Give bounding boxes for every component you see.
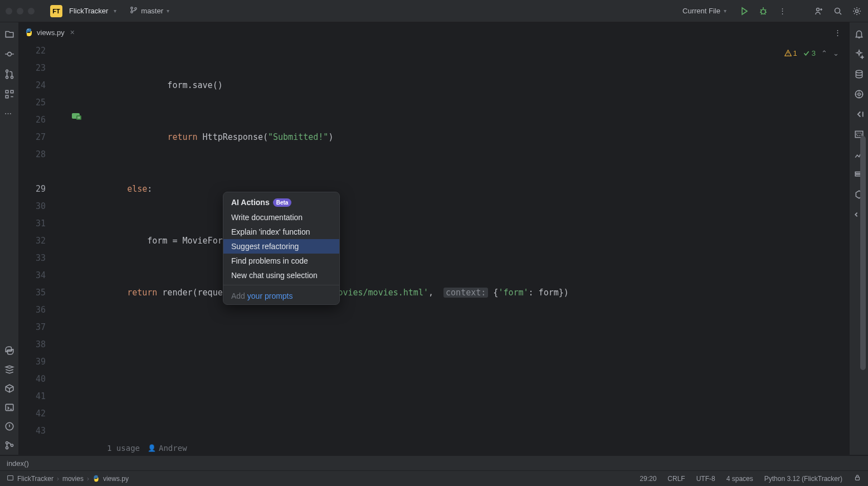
titlebar: FT FlickTracker ▾ master ▾ Current File … bbox=[0, 0, 868, 22]
svg-point-10 bbox=[11, 76, 13, 79]
svg-rect-13 bbox=[6, 95, 8, 98]
crumb-folder[interactable]: movies bbox=[62, 475, 84, 483]
branch-icon bbox=[130, 6, 138, 16]
pull-requests-icon[interactable] bbox=[4, 69, 14, 79]
ai-actions-popup: AI Actions Beta Write documentation Expl… bbox=[223, 192, 340, 305]
crumb-file[interactable]: views.py bbox=[103, 475, 129, 483]
user-icon: 👤 bbox=[148, 440, 156, 455]
svg-rect-11 bbox=[6, 90, 8, 93]
svg-point-0 bbox=[131, 7, 133, 9]
python-file-icon bbox=[25, 28, 33, 37]
ai-action-find-problems[interactable]: Find problems in code bbox=[223, 254, 339, 268]
project-name: FlickTracker bbox=[69, 7, 108, 15]
close-window[interactable] bbox=[6, 8, 12, 14]
search-icon[interactable] bbox=[832, 6, 843, 17]
ai-action-suggest-refactoring[interactable]: Suggest refactoring bbox=[223, 239, 339, 254]
code-with-me-icon[interactable] bbox=[813, 6, 825, 17]
svg-point-17 bbox=[6, 446, 8, 449]
readonly-lock-icon[interactable] bbox=[854, 474, 861, 483]
svg-rect-14 bbox=[6, 404, 13, 410]
crumb-separator: › bbox=[57, 475, 59, 483]
ai-action-write-docs[interactable]: Write documentation bbox=[223, 210, 339, 225]
svg-point-9 bbox=[6, 76, 8, 79]
run-config-label: Current File bbox=[682, 7, 720, 15]
status-bar: FlickTracker › movies › views.py 29:20 C… bbox=[0, 470, 868, 486]
tab-filename: views.py bbox=[37, 28, 65, 37]
vcs-branch-selector[interactable]: master ▾ bbox=[125, 4, 174, 18]
debug-button[interactable] bbox=[758, 6, 769, 17]
services-icon[interactable] bbox=[4, 365, 14, 375]
notifications-icon[interactable] bbox=[854, 29, 864, 39]
settings-icon[interactable] bbox=[851, 6, 862, 17]
bookmark-icon[interactable] bbox=[71, 111, 82, 120]
crumb-project[interactable]: FlickTracker bbox=[17, 475, 53, 483]
chevron-down-icon: ▾ bbox=[167, 8, 169, 14]
editor-scrollbar[interactable] bbox=[860, 42, 866, 455]
project-badge: FT bbox=[50, 5, 62, 17]
more-actions-button[interactable]: ⋮ bbox=[777, 6, 788, 17]
structure-tool-icon[interactable] bbox=[4, 89, 14, 99]
run-config-selector[interactable]: Current File ▾ bbox=[678, 4, 731, 17]
svg-rect-29 bbox=[76, 115, 81, 120]
svg-point-18 bbox=[11, 444, 13, 446]
python-console-icon[interactable] bbox=[4, 346, 14, 356]
chevron-down-icon: ▾ bbox=[114, 8, 116, 14]
ai-action-new-chat[interactable]: New chat using selection bbox=[223, 268, 339, 283]
svg-rect-12 bbox=[11, 90, 13, 93]
svg-point-6 bbox=[856, 9, 859, 12]
close-tab-icon[interactable]: × bbox=[70, 28, 75, 37]
run-button[interactable] bbox=[739, 6, 750, 17]
vcs-log-icon[interactable] bbox=[4, 440, 14, 450]
svg-point-1 bbox=[131, 11, 133, 13]
line-separator[interactable]: CRLF bbox=[667, 475, 685, 483]
svg-rect-30 bbox=[8, 475, 13, 480]
crumb-separator: › bbox=[87, 475, 89, 483]
svg-point-4 bbox=[817, 8, 820, 11]
code-lens[interactable]: 1 usage👤Andrew bbox=[107, 440, 849, 455]
minimize-window[interactable] bbox=[17, 8, 23, 14]
chevron-down-icon: ▾ bbox=[724, 8, 726, 14]
python-file-icon bbox=[92, 475, 100, 482]
editor-tabbar: views.py × ⋮ bbox=[19, 22, 849, 42]
gutter-icons bbox=[51, 42, 107, 455]
zoom-window[interactable] bbox=[28, 8, 35, 14]
project-tool-icon[interactable] bbox=[4, 29, 14, 39]
scrollbar-thumb[interactable] bbox=[860, 136, 866, 370]
caret-position[interactable]: 29:20 bbox=[640, 475, 656, 483]
more-tool-icon[interactable]: ⋯ bbox=[4, 109, 14, 119]
code-area[interactable]: form.save() return HttpResponse("Submitt… bbox=[107, 42, 849, 455]
left-tool-stripe: ⋯ bbox=[0, 22, 19, 455]
svg-point-5 bbox=[835, 8, 840, 13]
interpreter[interactable]: Python 3.12 (FlickTracker) bbox=[764, 475, 842, 483]
commit-tool-icon[interactable] bbox=[4, 49, 14, 59]
terminal-icon[interactable] bbox=[4, 402, 14, 412]
ai-action-add-prompts[interactable]: Add your prompts bbox=[223, 288, 339, 304]
tab-more-icon[interactable]: ⋮ bbox=[834, 28, 849, 37]
branch-name: master bbox=[141, 7, 163, 15]
navigation-bar: index() bbox=[0, 456, 868, 470]
indent-config[interactable]: 4 spaces bbox=[726, 475, 753, 483]
svg-point-26 bbox=[28, 29, 28, 30]
popup-separator bbox=[223, 285, 339, 285]
current-context[interactable]: index() bbox=[7, 459, 29, 468]
popup-title: AI Actions bbox=[231, 198, 270, 207]
window-controls bbox=[6, 8, 35, 14]
ai-action-explain[interactable]: Explain 'index' function bbox=[223, 225, 339, 239]
python-packages-icon[interactable] bbox=[4, 383, 14, 393]
file-encoding[interactable]: UTF-8 bbox=[696, 475, 715, 483]
svg-point-16 bbox=[6, 441, 8, 444]
svg-point-2 bbox=[135, 8, 137, 10]
folder-icon bbox=[7, 474, 14, 483]
svg-point-27 bbox=[30, 35, 30, 36]
popup-header: AI Actions Beta bbox=[223, 192, 339, 210]
project-selector[interactable]: FT FlickTracker ▾ bbox=[46, 3, 121, 20]
beta-badge: Beta bbox=[273, 198, 292, 207]
svg-rect-31 bbox=[856, 477, 860, 480]
svg-point-7 bbox=[7, 52, 11, 56]
problems-icon[interactable] bbox=[4, 421, 14, 431]
svg-point-8 bbox=[6, 70, 8, 72]
tab-views-py[interactable]: views.py × bbox=[19, 22, 80, 42]
line-number-gutter: 2223242526272829303132333435363738394041… bbox=[19, 42, 51, 455]
editor[interactable]: 1 3 ⌃ ⌄ 22232425262728293031323334353637… bbox=[19, 42, 849, 455]
